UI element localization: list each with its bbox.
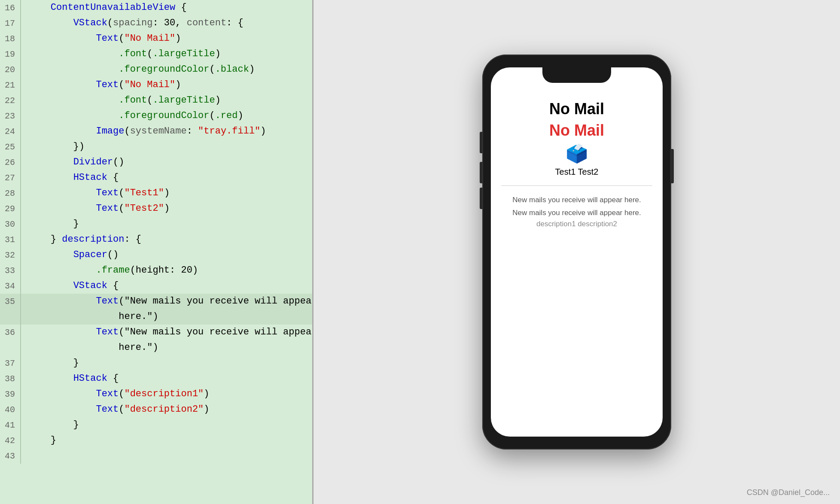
code-line: 17 VStack(spacing: 30, content: { [0, 15, 313, 31]
line-code: Text("New mails you receive will appear [21, 325, 313, 340]
code-line: 35 Text("New mails you receive will appe… [0, 294, 313, 309]
line-number: 32 [0, 247, 21, 263]
code-line: 22 .font(.largeTitle) [0, 93, 313, 108]
preview-title-black: No Mail [549, 100, 604, 118]
line-number [0, 340, 21, 355]
preview-desc-line2: New mails you receive will appear here. [512, 207, 641, 219]
line-number: 22 [0, 93, 21, 108]
phone-screen: No Mail No Mail 🗳️ Test1 Test2 New mails… [491, 67, 663, 437]
line-number: 25 [0, 139, 21, 155]
line-code: } [21, 216, 313, 232]
code-line: 19 .font(.largeTitle) [0, 46, 313, 62]
line-code: } [21, 433, 313, 448]
code-line: 18 Text("No Mail") [0, 31, 313, 46]
line-number: 23 [0, 108, 21, 124]
line-code: } [21, 355, 313, 371]
line-number: 20 [0, 62, 21, 77]
line-code: Text("description2") [21, 402, 313, 417]
code-line: 43 [0, 448, 313, 464]
line-number: 35 [0, 294, 21, 309]
line-number: 27 [0, 170, 21, 185]
preview-desc-line1: New mails you receive will appear here. [512, 194, 641, 206]
code-line: 26 Divider() [0, 155, 313, 170]
line-code: .font(.largeTitle) [21, 93, 313, 108]
code-line: 28 Text("Test1") [0, 185, 313, 201]
tray-icon: 🗳️ [566, 143, 588, 165]
preview-title-red: No Mail [549, 121, 604, 140]
code-line: 40 Text("description2") [0, 402, 313, 417]
line-number: 34 [0, 278, 21, 294]
code-line: 34 VStack { [0, 278, 313, 294]
line-code: } description: { [21, 232, 313, 247]
line-code: Divider() [21, 155, 313, 170]
preview-divider [501, 185, 652, 186]
code-line: 23 .foregroundColor(.red) [0, 108, 313, 124]
code-line: 29 Text("Test2") [0, 201, 313, 216]
code-line: 31 } description: { [0, 232, 313, 247]
line-code: }) [21, 139, 313, 155]
code-line: 24 Image(systemName: "tray.fill") [0, 124, 313, 139]
line-code: Text("No Mail") [21, 77, 313, 93]
line-number: 30 [0, 216, 21, 232]
line-code: Text("Test2") [21, 201, 313, 216]
line-code: Text("Test1") [21, 185, 313, 201]
code-line: 42 } [0, 433, 313, 448]
line-code: ContentUnavailableView { [21, 0, 313, 15]
line-code: HStack { [21, 170, 313, 185]
line-number: 37 [0, 355, 21, 371]
code-line: 16 ContentUnavailableView { [0, 0, 313, 15]
code-line: here.") [0, 340, 313, 355]
line-number: 40 [0, 402, 21, 417]
line-code [21, 448, 313, 464]
line-number: 29 [0, 201, 21, 216]
line-number: 16 [0, 0, 21, 15]
code-line: 27 HStack { [0, 170, 313, 185]
code-panel: 16 ContentUnavailableView {17 VStack(spa… [0, 0, 313, 504]
line-code: here.") [21, 340, 313, 355]
line-code: Text("No Mail") [21, 31, 313, 46]
line-code: .foregroundColor(.black) [21, 62, 313, 77]
line-number: 26 [0, 155, 21, 170]
line-code: HStack { [21, 371, 313, 386]
line-code: Image(systemName: "tray.fill") [21, 124, 313, 139]
code-line: 37 } [0, 355, 313, 371]
line-number: 36 [0, 325, 21, 340]
line-code: here.") [21, 309, 313, 325]
line-number: 39 [0, 386, 21, 402]
phone-notch [542, 67, 611, 83]
line-code: Text("New mails you receive will appear [21, 294, 313, 309]
line-number: 31 [0, 232, 21, 247]
line-number: 38 [0, 371, 21, 386]
line-code: VStack(spacing: 30, content: { [21, 15, 313, 31]
line-code: Spacer() [21, 247, 313, 263]
line-number: 21 [0, 77, 21, 93]
line-code: .frame(height: 20) [21, 263, 313, 278]
line-number: 43 [0, 448, 21, 464]
line-number: 42 [0, 433, 21, 448]
line-number [0, 309, 21, 325]
watermark: CSDN @Daniel_Code... [747, 488, 830, 497]
code-line: 30 } [0, 216, 313, 232]
phone-frame: No Mail No Mail 🗳️ Test1 Test2 New mails… [482, 55, 671, 449]
line-number: 18 [0, 31, 21, 46]
code-line: here.") [0, 309, 313, 325]
code-line: 33 .frame(height: 20) [0, 263, 313, 278]
line-number: 24 [0, 124, 21, 139]
line-code: Text("description1") [21, 386, 313, 402]
line-number: 19 [0, 46, 21, 62]
preview-desc-row: description1 description2 [536, 220, 617, 228]
line-number: 33 [0, 263, 21, 278]
code-line: 38 HStack { [0, 371, 313, 386]
code-line: 21 Text("No Mail") [0, 77, 313, 93]
code-line: 41 } [0, 417, 313, 433]
code-line: 39 Text("description1") [0, 386, 313, 402]
line-code: .font(.largeTitle) [21, 46, 313, 62]
code-line: 20 .foregroundColor(.black) [0, 62, 313, 77]
line-code: } [21, 417, 313, 433]
line-number: 17 [0, 15, 21, 31]
phone-content: No Mail No Mail 🗳️ Test1 Test2 New mails… [491, 91, 663, 437]
code-line: 36 Text("New mails you receive will appe… [0, 325, 313, 340]
preview-panel: No Mail No Mail 🗳️ Test1 Test2 New mails… [313, 0, 840, 504]
code-line: 25 }) [0, 139, 313, 155]
preview-test-row: Test1 Test2 [555, 167, 599, 177]
